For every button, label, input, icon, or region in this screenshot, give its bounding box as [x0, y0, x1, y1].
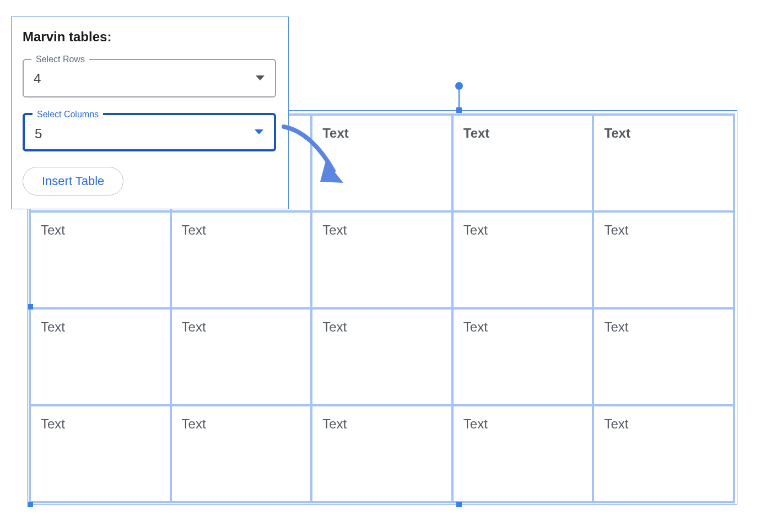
rotation-handle-stem	[458, 88, 460, 110]
panel-title: Marvin tables:	[23, 29, 277, 45]
resize-handle-bottom-center[interactable]	[456, 502, 462, 507]
design-canvas[interactable]: Text Text Text Text Text Text Text Text …	[0, 0, 766, 532]
pointer-arrow-icon	[278, 121, 366, 198]
select-rows-field[interactable]: Select Rows 4	[23, 59, 276, 97]
chevron-down-icon	[254, 129, 264, 135]
select-rows-label: Select Rows	[31, 55, 89, 64]
chevron-down-icon	[255, 75, 265, 82]
resize-handle-top-center[interactable]	[456, 107, 462, 113]
insert-table-button[interactable]: Insert Table	[23, 167, 123, 196]
resize-handle-left-center[interactable]	[28, 304, 33, 310]
select-columns-label: Select Columns	[33, 110, 103, 120]
marvin-tables-panel[interactable]: Marvin tables: Select Rows 4 Select Colu…	[11, 17, 289, 209]
rotation-handle[interactable]	[455, 82, 463, 90]
insert-table-button-label: Insert Table	[42, 174, 104, 188]
resize-handle-bottom-left[interactable]	[28, 502, 33, 507]
select-columns-field[interactable]: Select Columns 5	[23, 113, 276, 151]
